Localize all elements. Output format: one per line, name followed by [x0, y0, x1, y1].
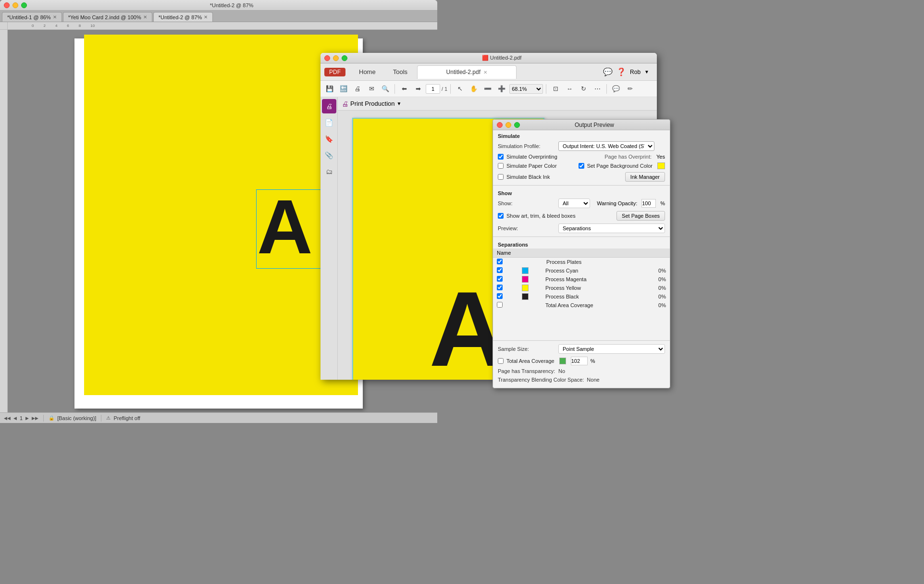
- sep-row-checkbox[interactable]: [497, 267, 503, 273]
- working-style[interactable]: [Basic (working)]: [57, 415, 96, 421]
- sep-row-checkbox[interactable]: [497, 293, 503, 299]
- attachments-btn[interactable]: 📎: [322, 148, 336, 162]
- last-page-btn[interactable]: ▶▶: [32, 416, 38, 421]
- sep-row: Process Magenta0%: [493, 275, 670, 284]
- zoom-select[interactable]: 68.1%: [509, 84, 543, 94]
- chat-icon[interactable]: 💬: [603, 67, 613, 76]
- total-area-checkbox[interactable]: [498, 358, 504, 364]
- separator: [43, 415, 44, 422]
- sep-label-cell: Process Black: [544, 292, 641, 301]
- total-area-value-input[interactable]: [571, 357, 588, 365]
- prev-page-btn[interactable]: ◀: [13, 416, 17, 421]
- back-icon[interactable]: 🔙: [337, 83, 350, 95]
- hand-tool[interactable]: ✋: [468, 83, 480, 95]
- op-max-btn[interactable]: [514, 122, 520, 128]
- sep-row-checkbox[interactable]: [497, 259, 503, 264]
- help-icon[interactable]: ❓: [616, 67, 626, 76]
- preview-select[interactable]: Separations: [558, 224, 665, 233]
- sample-size-row: Sample Size: Point Sample: [493, 343, 670, 355]
- sep-pct-cell: 0%: [641, 266, 670, 275]
- transparency-blend-value: None: [587, 377, 599, 383]
- tab-close-icon[interactable]: ✕: [53, 14, 57, 20]
- prev-page-icon[interactable]: ⬅: [398, 83, 410, 95]
- floppy-icon[interactable]: 💾: [323, 83, 336, 95]
- tab-close-icon[interactable]: ✕: [204, 14, 208, 20]
- set-bg-label: Set Page Background Color: [587, 163, 653, 169]
- tab-untitled2[interactable]: *Untitled-2 @ 87% ✕: [153, 12, 213, 22]
- ac-minimize-button[interactable]: [333, 55, 339, 61]
- tab-untitled1[interactable]: *Untitled-1 @ 86% ✕: [2, 12, 62, 22]
- next-page-icon[interactable]: ➡: [412, 83, 424, 95]
- rotate-icon[interactable]: ↻: [577, 83, 590, 95]
- simulate-black-checkbox[interactable]: [498, 174, 504, 180]
- maximize-button[interactable]: [21, 2, 27, 8]
- op-min-btn[interactable]: [505, 122, 511, 128]
- ac-tab-home[interactable]: Home: [351, 65, 383, 79]
- ac-tab-file[interactable]: Untitled-2.pdf ✕: [417, 65, 517, 79]
- page-of: / 1: [442, 86, 447, 92]
- sample-size-label: Sample Size:: [498, 346, 555, 352]
- sep-label-cell: Process Plates: [544, 258, 641, 267]
- id-bottom-bar: ◀◀ ◀ 1 ▶ ▶▶ 🔒 [Basic (working)] ⚠ Prefli…: [0, 412, 437, 423]
- page-overprint-label: Page has Overprint:: [604, 154, 652, 160]
- bookmarks-btn[interactable]: 🔖: [322, 132, 336, 146]
- sample-size-select[interactable]: Point Sample: [558, 344, 665, 354]
- layers-btn[interactable]: 🗂: [322, 164, 336, 179]
- ruler-corner: [0, 22, 8, 30]
- next-page-btn[interactable]: ▶: [25, 416, 29, 421]
- pages-btn[interactable]: 📄: [322, 115, 336, 130]
- print-icon[interactable]: 🖨: [351, 83, 364, 95]
- transparency-blend-row: Transparency Blending Color Space: None: [493, 375, 670, 384]
- set-bg-color-checkbox[interactable]: [579, 163, 584, 169]
- tab-x-icon[interactable]: ✕: [483, 70, 487, 75]
- warning-opacity-input[interactable]: [641, 199, 656, 208]
- fit-width-icon[interactable]: ↔: [563, 83, 576, 95]
- search-icon[interactable]: 🔍: [379, 83, 392, 95]
- comment-icon[interactable]: 💬: [610, 83, 622, 95]
- total-area-pct: %: [591, 358, 595, 364]
- ac-user-area: 💬 ❓ Rob ▼: [603, 67, 653, 76]
- ac-titlebar: 🟥 Untitled-2.pdf: [320, 53, 657, 63]
- user-chevron[interactable]: ▼: [644, 69, 649, 75]
- close-button[interactable]: [4, 2, 10, 8]
- ac-tab-tools[interactable]: Tools: [385, 65, 415, 79]
- sep-section-label: Separations: [493, 239, 670, 249]
- envelope-icon[interactable]: ✉: [365, 83, 378, 95]
- sep-row-checkbox[interactable]: [497, 276, 503, 282]
- page-number: 1: [20, 415, 23, 421]
- ink-manager-btn[interactable]: Ink Manager: [625, 172, 665, 182]
- show-select[interactable]: All: [558, 199, 590, 208]
- simulate-overprint-checkbox[interactable]: [498, 154, 504, 160]
- show-art-label: Show art, trim, & bleed boxes: [506, 213, 576, 219]
- set-page-boxes-btn[interactable]: Set Page Boxes: [616, 211, 665, 221]
- more-tools-icon[interactable]: ⋯: [591, 83, 604, 95]
- fit-page-icon[interactable]: ⊡: [549, 83, 562, 95]
- print-prod-label[interactable]: Print Production: [350, 100, 395, 107]
- zoom-out-icon[interactable]: ➖: [481, 83, 494, 95]
- page-transparency-row: Page has Transparency: No: [493, 367, 670, 375]
- page-number-input[interactable]: [426, 84, 440, 94]
- bg-color-swatch[interactable]: [657, 162, 665, 169]
- user-name[interactable]: Rob: [630, 69, 641, 75]
- sep-row-checkbox[interactable]: [497, 285, 503, 290]
- cursor-tool[interactable]: ↖: [454, 83, 466, 95]
- show-art-checkbox[interactable]: [498, 213, 504, 219]
- preflight-label[interactable]: Preflight off: [113, 415, 140, 421]
- total-area-row: Total Area Coverage %: [493, 355, 670, 367]
- show-section-label: Show: [493, 187, 670, 197]
- simulate-paper-checkbox[interactable]: [498, 163, 504, 169]
- sep-row-checkbox[interactable]: [497, 302, 503, 308]
- first-page-btn[interactable]: ◀◀: [4, 416, 11, 421]
- op-close-btn[interactable]: [497, 122, 503, 128]
- simulate-overprint-label: Simulate Overprinting: [506, 154, 557, 160]
- print-prod-btn[interactable]: 🖨: [322, 99, 336, 113]
- ac-maximize-button[interactable]: [342, 55, 347, 61]
- zoom-in-icon[interactable]: ➕: [495, 83, 508, 95]
- ac-close-button[interactable]: [324, 55, 330, 61]
- minimize-button[interactable]: [12, 2, 18, 8]
- pen-icon[interactable]: ✏: [624, 83, 636, 95]
- sim-profile-select[interactable]: Output Intent: U.S. Web Coated (SWOP)...: [558, 141, 654, 151]
- tab-close-icon[interactable]: ✕: [143, 14, 147, 20]
- tab-yeti[interactable]: *Yeti Moo Card 2.indd @ 100% ✕: [63, 12, 152, 22]
- print-prod-chevron[interactable]: ▼: [397, 101, 402, 106]
